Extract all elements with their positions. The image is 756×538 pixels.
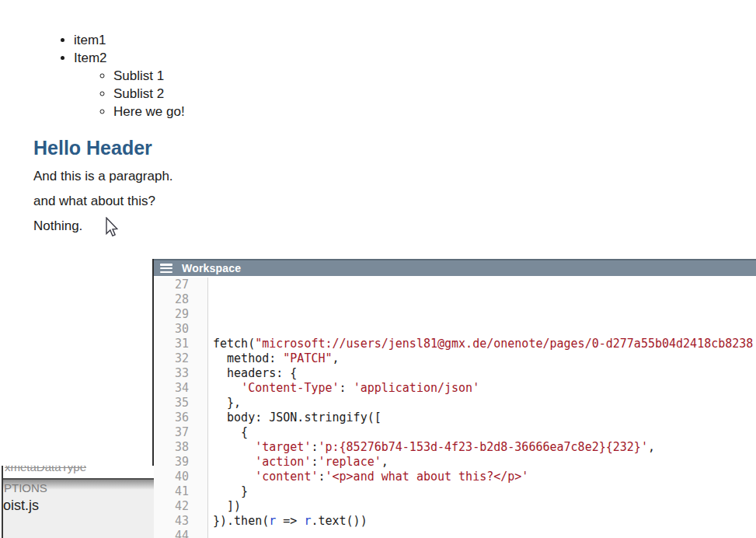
workspace-title: Workspace [182, 262, 241, 274]
paragraph: And this is a paragraph. [33, 169, 468, 183]
paragraph: and what about this? [33, 194, 468, 208]
paragraph: Nothing. [33, 219, 468, 233]
code-line[interactable]: } [213, 484, 756, 499]
list-item: item1 [74, 31, 468, 49]
autocomplete-popup: xmetaDataType PTIONSoist.js [2, 466, 154, 538]
code-line[interactable]: 'Content-Type': 'application/json' [213, 381, 756, 396]
sub-list: Sublist 1Sublist 2Here we go! [74, 67, 468, 121]
page-heading: Hello Header [33, 137, 468, 159]
suggestion-list: PTIONSoist.js [3, 478, 154, 538]
line-number: 29 [154, 307, 189, 322]
line-number: 38 [154, 440, 189, 455]
sub-list-item: Here we go! [113, 103, 468, 121]
line-number: 36 [154, 410, 189, 425]
code-line[interactable]: headers: { [213, 366, 756, 381]
mouse-cursor-icon [105, 217, 118, 237]
deprecated-suggestion[interactable]: xmetaDataType [5, 466, 154, 478]
bullet-list: item1Item2Sublist 1Sublist 2Here we go! [33, 31, 468, 121]
code-line[interactable] [213, 322, 756, 337]
line-number: 39 [154, 455, 189, 470]
code-line[interactable]: 'target':'p:{85276b74-153d-4f23-b2d8-366… [213, 440, 756, 455]
line-number-gutter: 272829303132333435363738394041424344 [154, 278, 208, 538]
workspace-header: Workspace [154, 259, 756, 276]
workspace-panel: Workspace 272829303132333435363738394041… [152, 259, 756, 538]
line-number: 40 [154, 470, 189, 484]
line-number: 43 [154, 514, 189, 529]
line-number: 33 [154, 366, 189, 381]
line-number: 41 [154, 484, 189, 499]
line-number: 28 [154, 292, 189, 307]
suggestion-item[interactable]: oist.js [3, 498, 154, 514]
code-line[interactable] [213, 529, 756, 538]
deprecated-suggestion-label: xmetaDataType [5, 466, 154, 473]
suggestion-item[interactable]: PTIONS [4, 481, 154, 494]
code-line[interactable]: }).then(r => r.text()) [213, 514, 756, 529]
code-line[interactable]: ]) [213, 499, 756, 514]
line-number: 42 [154, 499, 189, 514]
paragraph-block: And this is a paragraph.and what about t… [33, 169, 468, 233]
line-number: 37 [154, 425, 189, 440]
line-number: 44 [154, 529, 189, 538]
code-line[interactable] [213, 278, 756, 292]
code-line[interactable]: }, [213, 396, 756, 410]
line-number: 35 [154, 396, 189, 410]
screen: { "document": { "list_items": [ {"label"… [0, 0, 756, 538]
code-line[interactable]: body: JSON.stringify([ [213, 410, 756, 425]
code-line[interactable]: 'action':'replace', [213, 455, 756, 470]
line-number: 32 [154, 351, 189, 366]
line-number: 34 [154, 381, 189, 396]
code-line[interactable] [213, 307, 756, 322]
code-line[interactable]: method: "PATCH", [213, 351, 756, 366]
line-number: 31 [154, 337, 189, 351]
code-editor: 272829303132333435363738394041424344 fet… [154, 278, 756, 538]
document-page: item1Item2Sublist 1Sublist 2Here we go! … [33, 31, 468, 244]
hamburger-menu-icon[interactable] [160, 264, 172, 273]
sub-list-item: Sublist 1 [113, 67, 468, 85]
line-number: 30 [154, 322, 189, 337]
code-line[interactable]: 'content':'<p>and what about this?</p>' [213, 470, 756, 484]
code-line[interactable]: fetch("microsoft://users/jensl81@gmx.de/… [213, 337, 756, 351]
code-area[interactable]: fetch("microsoft://users/jensl81@gmx.de/… [208, 278, 756, 538]
sub-list-item: Sublist 2 [113, 85, 468, 103]
code-line[interactable] [213, 292, 756, 307]
line-number: 27 [154, 278, 189, 292]
code-line[interactable]: { [213, 425, 756, 440]
list-item: Item2Sublist 1Sublist 2Here we go! [74, 49, 468, 121]
